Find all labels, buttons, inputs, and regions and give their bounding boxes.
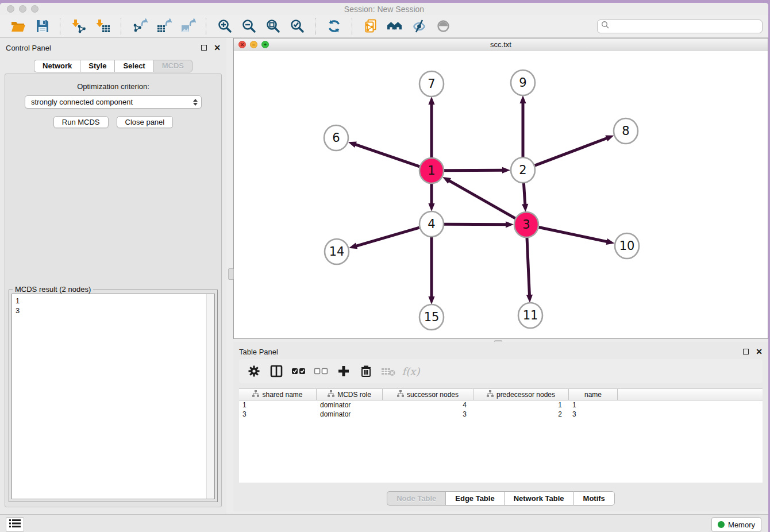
search-box[interactable] [597,20,763,33]
import-table-icon[interactable] [94,18,111,35]
zoom-selected-icon[interactable] [288,18,306,35]
table-cell[interactable]: 3 [383,410,473,419]
tab-mcds[interactable]: MCDS [153,60,192,72]
node-10[interactable]: 10 [615,233,639,259]
export-image-icon[interactable] [179,18,197,35]
open-session-icon[interactable] [9,18,26,35]
edge-arrow-4-3 [506,221,514,228]
close-panel-button[interactable]: Close panel [117,116,174,128]
toolbar-separator [60,18,61,35]
node-11[interactable]: 11 [518,303,542,328]
node-15[interactable]: 15 [419,304,444,330]
export-network-icon[interactable] [131,18,148,35]
table-cell[interactable]: 1 [239,400,317,410]
toggle-columns-icon[interactable] [268,363,284,379]
deselect-all-icon[interactable] [313,363,329,379]
network-canvas[interactable]: 7968124314101511 [234,51,768,338]
table-cell[interactable]: 2 [473,410,569,419]
tab-motifs[interactable]: Motifs [573,491,615,506]
clone-network-icon[interactable] [362,18,379,35]
tab-edge-table[interactable]: Edge Table [445,491,503,506]
float-table-panel-icon[interactable] [743,349,749,354]
task-history-button[interactable] [6,517,24,532]
run-mcds-button[interactable]: Run MCDS [53,116,109,128]
select-all-icon[interactable] [291,363,307,379]
tab-network-table[interactable]: Network Table [504,491,573,506]
node-8[interactable]: 8 [614,118,638,144]
table-row[interactable]: 1dominator411 [239,400,763,410]
save-session-icon[interactable] [33,18,51,35]
edge-3-10[interactable] [539,228,609,242]
close-table-panel-icon[interactable]: ✕ [756,349,763,354]
result-scrollbar[interactable] [206,294,214,499]
node-1[interactable]: 1 [419,158,444,183]
mcds-result-title: MCDS result (2 nodes) [13,285,93,294]
settings-gear-icon[interactable] [246,363,262,379]
node-3[interactable]: 3 [514,212,538,237]
zoom-out-icon[interactable] [240,18,257,35]
column-header-MCDS-role[interactable]: MCDS role [317,389,383,400]
tab-node-table[interactable]: Node Table [387,491,445,506]
node-2[interactable]: 2 [511,157,535,183]
edge-arrow-1-2 [502,167,510,174]
edge-2-8[interactable] [535,138,609,165]
table-toolbar: f(x) [239,359,763,383]
table-panel-title: Table Panel [239,348,278,356]
edge-1-2[interactable] [444,170,504,171]
tab-network[interactable]: Network [34,60,80,72]
export-table-icon[interactable] [155,18,172,35]
edge-arrow-1-7 [428,97,434,105]
table-cell[interactable]: 1 [473,400,569,410]
column-header-predecessor-nodes[interactable]: predecessor nodes [473,389,569,400]
toolbar-separator [315,18,316,35]
hide-graphics-details-icon[interactable] [410,18,428,35]
tab-style[interactable]: Style [80,60,114,72]
table-cell[interactable]: dominator [317,410,383,419]
column-header-shared-name[interactable]: shared name [239,389,317,400]
network-view-titlebar[interactable]: ✕ − + scc.txt [234,38,768,52]
node-9[interactable]: 9 [511,70,535,95]
edge-arrow-2-3 [522,204,528,212]
edge-3-1[interactable] [448,180,515,218]
column-header-label: shared name [262,391,302,399]
node-label: 14 [329,245,345,259]
show-graphics-details-icon [434,18,452,35]
edge-arrow-4-14 [349,243,357,249]
import-network-icon[interactable] [70,18,87,35]
edge-2-3[interactable] [523,183,525,206]
zoom-fit-icon[interactable] [264,18,282,35]
edge-3-11[interactable] [527,237,530,296]
first-neighbors-icon[interactable] [386,18,403,35]
mcds-result-list[interactable]: 13 [11,294,215,499]
column-header-successor-nodes[interactable]: successor nodes [383,389,473,400]
network-graph[interactable]: 7968124314101511 [234,51,768,339]
delete-columns-icon[interactable] [358,363,374,379]
network-view-window: ✕ − + scc.txt 7968124314101511 [233,38,768,339]
table-cell[interactable]: 4 [383,400,473,410]
table-cell[interactable]: 1 [569,400,618,410]
toolbar-separator [121,18,122,35]
float-panel-icon[interactable] [201,45,207,51]
node-6[interactable]: 6 [324,125,348,151]
close-panel-icon[interactable]: ✕ [214,45,221,51]
zoom-in-icon[interactable] [216,18,233,35]
edge-1-6[interactable] [354,144,419,167]
table-row[interactable]: 3dominator323 [239,410,763,419]
node-4[interactable]: 4 [419,211,444,237]
tab-select[interactable]: Select [114,60,153,72]
table-cell[interactable]: dominator [317,400,383,410]
memory-label: Memory [728,521,755,529]
edge-4-3[interactable] [444,224,507,225]
edge-4-14[interactable] [355,228,419,246]
apply-layout-icon[interactable] [325,18,342,35]
memory-button[interactable]: Memory [711,517,761,532]
node-7[interactable]: 7 [419,71,444,97]
node-14[interactable]: 14 [325,239,349,264]
column-header-name[interactable]: name [569,389,618,400]
search-input[interactable] [612,21,759,31]
panel-splitter-handle[interactable] [228,268,234,280]
table-cell[interactable]: 3 [569,410,618,419]
create-column-icon[interactable] [336,363,352,379]
criterion-select[interactable]: strongly connected component [25,95,202,109]
table-cell[interactable]: 3 [239,410,317,419]
